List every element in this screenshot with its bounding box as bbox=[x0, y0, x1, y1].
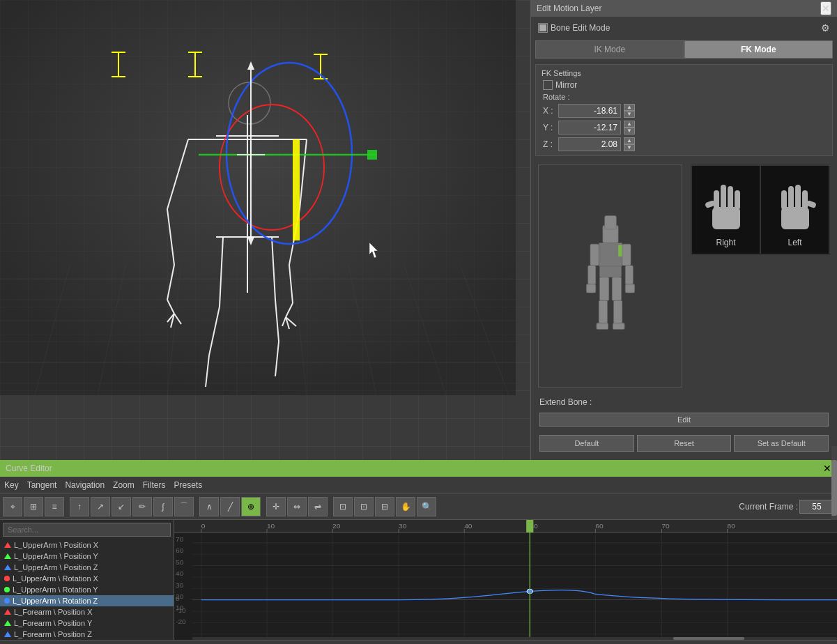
menu-navigation[interactable]: Navigation bbox=[65, 480, 105, 490]
peak-button[interactable]: ∧ bbox=[199, 497, 219, 516]
track-item-5[interactable]: L_UpperArm \ Rotation Z bbox=[0, 595, 174, 606]
curve-icon-toolbar: ⌖ ⊞ ≡ ↑ ↗ ↙ ✏ ∫ ⌒ ∧ ╱ ⊕ ✛ ⇔ ⇌ ⊡ ⊡ ⊟ ✋ 🔍 … bbox=[0, 493, 837, 520]
track-item-4[interactable]: L_UpperArm \ Rotation Y bbox=[0, 584, 174, 595]
curve-tool-button[interactable]: ∫ bbox=[153, 497, 173, 516]
track-icon-7 bbox=[4, 620, 11, 626]
menu-zoom[interactable]: Zoom bbox=[113, 480, 135, 490]
current-frame-input[interactable] bbox=[799, 500, 834, 514]
search-input[interactable] bbox=[3, 523, 171, 537]
rotate-z-axis-label: Z : bbox=[543, 139, 555, 149]
panel-close-button[interactable]: ✕ bbox=[820, 1, 831, 15]
svg-text:0: 0 bbox=[201, 523, 206, 530]
mirror-row: Mirror bbox=[539, 79, 829, 91]
layer-tool-button[interactable]: ≡ bbox=[45, 497, 64, 516]
track-item-0[interactable]: L_UpperArm \ Position X bbox=[0, 539, 174, 551]
right-hand-icon bbox=[698, 172, 754, 235]
smooth-button[interactable]: ⌒ bbox=[174, 497, 194, 516]
svg-text:30: 30 bbox=[176, 583, 183, 589]
translate-button[interactable]: ✛ bbox=[266, 497, 286, 516]
default-button[interactable]: Default bbox=[539, 435, 634, 452]
rotate-x-input[interactable] bbox=[558, 104, 621, 118]
rotate-x-up[interactable]: ▲ bbox=[624, 104, 635, 111]
svg-rect-83 bbox=[781, 207, 809, 229]
track-icon-1 bbox=[4, 553, 11, 559]
fk-settings-label: FK Settings bbox=[539, 68, 829, 79]
set-default-button[interactable]: Set as Default bbox=[734, 435, 829, 452]
svg-rect-58 bbox=[367, 150, 377, 160]
magnify-button[interactable]: 🔍 bbox=[417, 497, 436, 516]
track-item-3[interactable]: L_UpperArm \ Rotation X bbox=[0, 573, 174, 584]
svg-text:70: 70 bbox=[176, 537, 183, 543]
hand-tool-button[interactable]: ✋ bbox=[396, 497, 415, 516]
track-item-7[interactable]: L_Forearm \ Position Y bbox=[0, 618, 174, 629]
key-button[interactable]: ⊟ bbox=[375, 497, 394, 516]
rotate-y-axis-label: Y : bbox=[543, 123, 555, 132]
menu-tangent[interactable]: Tangent bbox=[27, 480, 57, 490]
track-name-8: L_Forearm \ Position Z bbox=[14, 630, 92, 638]
curve-graph-svg: 0 10 20 30 40 50 60 70 8 bbox=[174, 520, 837, 640]
track-item-8[interactable]: L_Forearm \ Position Z bbox=[0, 629, 174, 640]
rotate-y-input[interactable] bbox=[558, 121, 621, 135]
svg-rect-141 bbox=[526, 520, 533, 532]
move-up-button[interactable]: ↑ bbox=[70, 497, 89, 516]
linear-button[interactable]: ╱ bbox=[220, 497, 240, 516]
edit-button[interactable]: Edit bbox=[539, 413, 829, 427]
mirror-button[interactable]: ⇌ bbox=[308, 497, 328, 516]
menu-filters[interactable]: Filters bbox=[143, 480, 166, 490]
move-up2-button[interactable]: ↗ bbox=[91, 497, 110, 516]
svg-text:60: 60 bbox=[595, 523, 603, 530]
track-icon-0 bbox=[4, 542, 11, 548]
fit-button[interactable]: ⊡ bbox=[333, 497, 353, 516]
zoom-fit-button[interactable]: ⊡ bbox=[354, 497, 374, 516]
rotate-x-down[interactable]: ▼ bbox=[624, 111, 635, 118]
svg-rect-86 bbox=[788, 186, 794, 210]
pen-button[interactable]: ✏ bbox=[132, 497, 152, 516]
rotate-y-down[interactable]: ▼ bbox=[624, 128, 635, 135]
svg-rect-64 bbox=[590, 244, 598, 266]
svg-text:20: 20 bbox=[332, 523, 340, 530]
rotate-y-up[interactable]: ▲ bbox=[624, 121, 635, 128]
svg-text:60: 60 bbox=[176, 548, 183, 554]
ik-mode-tab[interactable]: IK Mode bbox=[535, 40, 684, 59]
graph-button[interactable]: ⊕ bbox=[241, 497, 261, 516]
svg-text:0: 0 bbox=[176, 596, 180, 602]
svg-rect-77 bbox=[712, 207, 740, 229]
rotate-z-down[interactable]: ▼ bbox=[624, 144, 635, 151]
bone-edit-label: Bone Edit Mode bbox=[551, 23, 610, 33]
menu-presets[interactable]: Presets bbox=[174, 480, 202, 490]
viewport[interactable] bbox=[0, 0, 530, 460]
rotate-z-up[interactable]: ▲ bbox=[624, 137, 635, 144]
track-name-1: L_UpperArm \ Position Y bbox=[14, 552, 98, 560]
svg-rect-73 bbox=[599, 300, 607, 323]
current-frame-label: Current Frame : bbox=[739, 502, 798, 512]
mirror-checkbox[interactable] bbox=[543, 80, 553, 90]
stretch-button[interactable]: ⇔ bbox=[287, 497, 307, 516]
menu-key[interactable]: Key bbox=[4, 480, 19, 490]
select-tool-button[interactable]: ⌖ bbox=[3, 497, 22, 516]
move-down-button[interactable]: ↙ bbox=[112, 497, 131, 516]
right-hand-label: Right bbox=[716, 238, 735, 247]
reset-button[interactable]: Reset bbox=[637, 435, 732, 452]
group-tool-button[interactable]: ⊞ bbox=[24, 497, 43, 516]
right-hand-button[interactable]: Right bbox=[691, 165, 760, 254]
curve-graph[interactable]: 0 10 20 30 40 50 60 70 8 bbox=[174, 520, 837, 640]
track-item-1[interactable]: L_UpperArm \ Position Y bbox=[0, 551, 174, 562]
gear-button[interactable]: ⚙ bbox=[821, 22, 830, 33]
track-item-2[interactable]: L_UpperArm \ Position Z bbox=[0, 562, 174, 573]
left-hand-button[interactable]: Left bbox=[760, 165, 829, 254]
fk-mode-tab[interactable]: FK Mode bbox=[684, 40, 834, 59]
svg-rect-69 bbox=[625, 284, 634, 293]
track-item-6[interactable]: L_Forearm \ Position X bbox=[0, 606, 174, 618]
bone-edit-checkbox[interactable] bbox=[538, 23, 548, 33]
bone-edit-checkbox-row[interactable]: Bone Edit Mode bbox=[538, 23, 610, 33]
track-name-0: L_UpperArm \ Position X bbox=[14, 541, 98, 549]
checkbox-check bbox=[539, 24, 546, 31]
curve-editor-close-button[interactable]: ✕ bbox=[823, 463, 831, 474]
track-icon-8 bbox=[4, 631, 11, 637]
top-section: Edit Motion Layer ✕ Bone Edit Mode ⚙ bbox=[0, 0, 837, 460]
svg-text:70: 70 bbox=[661, 523, 669, 530]
viewport-content bbox=[0, 0, 530, 460]
svg-rect-75 bbox=[596, 323, 608, 330]
track-icon-4 bbox=[4, 587, 10, 592]
rotate-z-input[interactable] bbox=[558, 137, 621, 151]
